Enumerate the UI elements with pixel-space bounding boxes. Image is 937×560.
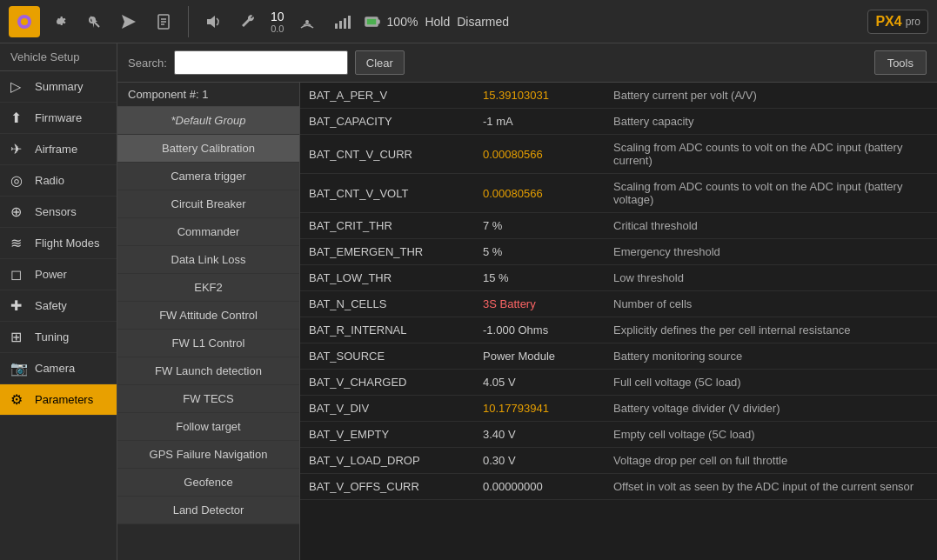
group-item-battery-cal[interactable]: Battery Calibration [117, 135, 299, 163]
topbar-right: PX4 pro [867, 10, 928, 34]
sidebar-item-firmware[interactable]: ⬆ Firmware [0, 103, 117, 134]
table-row[interactable]: BAT_N_CELLS3S BatteryNumber of cells [300, 291, 937, 317]
summary-icon: ▷ [10, 78, 28, 95]
svg-rect-14 [344, 18, 346, 29]
inner-layout: Component #: 1 *Default Group Battery Ca… [117, 83, 937, 560]
param-value[interactable]: 0.30 V [474, 448, 605, 474]
param-group-list: Component #: 1 *Default Group Battery Ca… [117, 83, 300, 560]
table-row[interactable]: BAT_SOURCEPower ModuleBattery monitoring… [300, 343, 937, 370]
param-desc: Explicitly defines the per cell internal… [605, 317, 937, 343]
table-row[interactable]: BAT_R_INTERNAL-1.000 OhmsExplicitly defi… [300, 317, 937, 343]
sidebar-item-sensors[interactable]: ⊕ Sensors [0, 197, 117, 228]
table-row[interactable]: BAT_V_CHARGED4.05 VFull cell voltage (5C… [300, 370, 937, 396]
sidebar-item-camera[interactable]: 📷 Camera [0, 353, 117, 384]
param-value[interactable]: 7 % [474, 213, 605, 239]
sidebar-item-tuning[interactable]: ⊞ Tuning [0, 322, 117, 353]
sidebar-item-safety[interactable]: ✚ Safety [0, 290, 117, 322]
topbar-left: 10 0.0 100% Hold Disarmed [9, 6, 509, 37]
param-value[interactable]: 0.00080566 [474, 174, 605, 213]
table-row[interactable]: BAT_V_EMPTY3.40 VEmpty cell voltage (5C … [300, 422, 937, 448]
param-value[interactable]: Power Module [474, 343, 605, 370]
param-value[interactable]: -1 mA [474, 109, 605, 135]
sidebar-item-power[interactable]: ◻ Power [0, 259, 117, 290]
param-value[interactable]: 0.00000000 [474, 474, 605, 500]
group-item-land-detector[interactable]: Land Detector [117, 497, 299, 524]
param-value[interactable]: 3.40 V [474, 422, 605, 448]
table-row[interactable]: BAT_CRIT_THR7 %Critical threshold [300, 213, 937, 239]
sidebar-label-tuning: Tuning [35, 330, 69, 343]
table-row[interactable]: BAT_EMERGEN_THR5 %Emergency threshold [300, 239, 937, 265]
main-layout: Vehicle Setup ▷ Summary ⬆ Firmware ✈ Air… [0, 43, 937, 560]
parameters-data-table: BAT_A_PER_V15.39103031Battery current pe… [300, 83, 937, 500]
tools-button[interactable]: Tools [874, 50, 927, 75]
top-status: 100% Hold Disarmed [365, 14, 510, 30]
group-item-fw-launch[interactable]: FW Launch detection [117, 357, 299, 385]
group-item-commander[interactable]: Commander [117, 218, 299, 246]
param-value[interactable]: 4.05 V [474, 370, 605, 396]
param-value[interactable]: 3S Battery [474, 291, 605, 317]
params-table: BAT_A_PER_V15.39103031Battery current pe… [300, 83, 937, 560]
sidebar-item-summary[interactable]: ▷ Summary [0, 71, 117, 103]
sidebar-label-power: Power [35, 268, 67, 281]
battery-pct: 100% [387, 15, 418, 29]
table-row[interactable]: BAT_V_OFFS_CURR0.00000000Offset in volt … [300, 474, 937, 500]
location-icon[interactable] [78, 6, 110, 37]
group-item-geofence[interactable]: Geofence [117, 469, 299, 497]
group-item-fw-tecs[interactable]: FW TECS [117, 385, 299, 413]
bars-icon[interactable] [326, 6, 358, 37]
sidebar-item-radio[interactable]: ◎ Radio [0, 165, 117, 197]
param-desc: Battery monitoring source [605, 343, 937, 370]
param-name: BAT_CNT_V_VOLT [300, 174, 474, 213]
group-item-data-link-loss[interactable]: Data Link Loss [117, 246, 299, 274]
hold-status: Hold [425, 15, 450, 29]
battery-icon [365, 14, 380, 30]
table-row[interactable]: BAT_V_DIV10.17793941Battery voltage divi… [300, 396, 937, 422]
sidebar-item-parameters[interactable]: ⚙ Parameters [0, 384, 117, 416]
table-row[interactable]: BAT_CNT_V_VOLT0.00080566Scaling from ADC… [300, 174, 937, 213]
group-item-fw-attitude[interactable]: FW Attitude Control [117, 302, 299, 330]
table-row[interactable]: BAT_LOW_THR15 %Low threshold [300, 265, 937, 291]
app-logo-icon[interactable] [9, 6, 40, 37]
firmware-icon: ⬆ [10, 110, 28, 126]
doc-icon[interactable] [148, 6, 179, 37]
airframe-icon: ✈ [10, 141, 28, 157]
wrench-icon[interactable] [232, 6, 264, 37]
param-value[interactable]: 15 % [474, 265, 605, 291]
sidebar-item-airframe[interactable]: ✈ Airframe [0, 134, 117, 165]
group-item-gps-failure[interactable]: GPS Failure Navigation [117, 441, 299, 469]
signal-icon[interactable] [291, 6, 323, 37]
armed-status: Disarmed [457, 15, 509, 29]
sidebar-label-summary: Summary [35, 80, 84, 93]
table-row[interactable]: BAT_V_LOAD_DROP0.30 VVoltage drop per ce… [300, 448, 937, 474]
radio-icon: ◎ [10, 172, 28, 189]
group-item-camera-trigger[interactable]: Camera trigger [117, 163, 299, 190]
settings-icon[interactable] [44, 6, 75, 37]
param-value[interactable]: 0.00080566 [474, 135, 605, 174]
table-row[interactable]: BAT_A_PER_V15.39103031Battery current pe… [300, 83, 937, 109]
param-value[interactable]: -1.000 Ohms [474, 317, 605, 343]
group-item-ekf2[interactable]: EKF2 [117, 274, 299, 302]
table-row[interactable]: BAT_CAPACITY-1 mABattery capacity [300, 109, 937, 135]
group-item-circuit-breaker[interactable]: Circuit Breaker [117, 190, 299, 218]
sensors-icon: ⊕ [10, 203, 28, 220]
param-desc: Emergency threshold [605, 239, 937, 265]
param-value[interactable]: 10.17793941 [474, 396, 605, 422]
param-desc: Critical threshold [605, 213, 937, 239]
param-desc: Offset in volt as seen by the ADC input … [605, 474, 937, 500]
param-value[interactable]: 5 % [474, 239, 605, 265]
group-item-default[interactable]: *Default Group [117, 107, 299, 135]
param-value[interactable]: 15.39103031 [474, 83, 605, 109]
clear-button[interactable]: Clear [355, 50, 405, 75]
table-row[interactable]: BAT_CNT_V_CURR0.00080566Scaling from ADC… [300, 135, 937, 174]
sidebar-header: Vehicle Setup [0, 43, 117, 71]
brand-pro: pro [906, 16, 920, 28]
svg-point-1 [21, 18, 28, 25]
sidebar-item-flight-modes[interactable]: ≋ Flight Modes [0, 228, 117, 259]
group-item-fw-l1[interactable]: FW L1 Control [117, 330, 299, 357]
send-icon[interactable] [113, 6, 144, 37]
sidebar-label-sensors: Sensors [35, 205, 77, 218]
speaker-icon[interactable] [197, 6, 229, 37]
search-input[interactable] [174, 50, 348, 75]
brand-px4: PX4 [875, 14, 901, 30]
group-item-follow-target[interactable]: Follow target [117, 413, 299, 441]
